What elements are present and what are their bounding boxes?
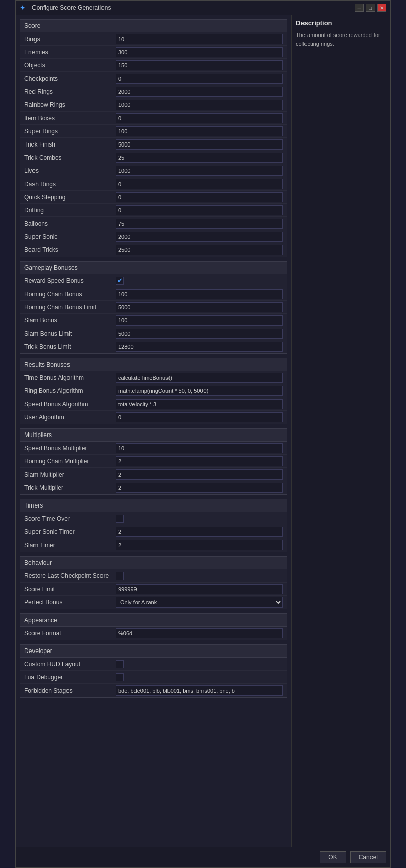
field-row: Score Format bbox=[20, 627, 287, 640]
field-input[interactable] bbox=[116, 584, 283, 594]
field-row: Reward Speed Bonus✔ bbox=[20, 274, 287, 287]
field-row: Trick Bonus Limit bbox=[20, 340, 287, 353]
field-label: Speed Bonus Multiplier bbox=[24, 445, 116, 452]
field-row: Balloons bbox=[20, 217, 287, 230]
field-row: Red Rings bbox=[20, 85, 287, 98]
field-input[interactable] bbox=[116, 373, 283, 383]
field-label: Reward Speed Bonus bbox=[24, 277, 116, 284]
checkbox-wrapper bbox=[116, 515, 124, 523]
section-header-score: Score bbox=[20, 20, 287, 32]
field-checkbox[interactable] bbox=[116, 660, 124, 668]
field-input[interactable] bbox=[116, 302, 283, 312]
field-row: Board Tricks bbox=[20, 243, 287, 257]
field-checkbox[interactable] bbox=[116, 572, 124, 580]
field-row: Objects bbox=[20, 59, 287, 72]
field-row: Drifting bbox=[20, 204, 287, 217]
field-input[interactable] bbox=[116, 219, 283, 229]
field-input[interactable] bbox=[116, 87, 283, 97]
close-button[interactable]: ✕ bbox=[377, 4, 386, 12]
field-input[interactable] bbox=[116, 245, 283, 255]
section-results-bonuses: Results BonusesTime Bonus AlgorithmRing … bbox=[20, 358, 287, 424]
footer: OK Cancel bbox=[16, 847, 390, 867]
field-input[interactable] bbox=[116, 685, 283, 696]
checkbox-wrapper bbox=[116, 660, 124, 668]
field-label: Homing Chain Bonus bbox=[24, 291, 116, 298]
field-checkbox[interactable] bbox=[116, 673, 124, 681]
config-panel: ScoreRingsEnemiesObjectsCheckpointsRed R… bbox=[16, 15, 291, 847]
field-row: Item Boxes bbox=[20, 112, 287, 125]
field-label: Score Limit bbox=[24, 586, 116, 593]
minimize-button[interactable]: ─ bbox=[355, 4, 364, 12]
section-header-gameplay-bonuses: Gameplay Bonuses bbox=[20, 262, 287, 274]
field-input[interactable] bbox=[116, 47, 283, 57]
field-input[interactable] bbox=[116, 289, 283, 299]
field-input[interactable] bbox=[116, 329, 283, 339]
field-checkbox[interactable]: ✔ bbox=[116, 277, 124, 285]
description-panel: Description The amount of score rewarded… bbox=[291, 15, 390, 847]
field-input[interactable] bbox=[116, 153, 283, 163]
field-label: Restore Last Checkpoint Score bbox=[24, 572, 116, 580]
field-input[interactable] bbox=[116, 232, 283, 242]
field-input[interactable] bbox=[116, 540, 283, 550]
field-row: Slam Bonus bbox=[20, 314, 287, 327]
field-input[interactable] bbox=[116, 179, 283, 189]
field-label: Super Sonic Timer bbox=[24, 528, 116, 535]
field-row: Speed Bonus Algorithm bbox=[20, 397, 287, 411]
field-checkbox[interactable] bbox=[116, 515, 124, 523]
field-label: Forbidden Stages bbox=[24, 687, 116, 694]
field-input[interactable] bbox=[116, 192, 283, 202]
field-input[interactable] bbox=[116, 342, 283, 352]
section-appearance: AppearanceScore Format bbox=[20, 613, 287, 640]
field-row: Lua Debugger bbox=[20, 671, 287, 684]
field-input[interactable] bbox=[116, 139, 283, 150]
section-multipliers: MultipliersSpeed Bonus MultiplierHoming … bbox=[20, 428, 287, 495]
field-input[interactable] bbox=[116, 443, 283, 453]
field-input[interactable] bbox=[116, 527, 283, 537]
field-input[interactable] bbox=[116, 34, 283, 44]
field-label: Enemies bbox=[24, 49, 116, 56]
section-header-appearance: Appearance bbox=[20, 614, 287, 627]
field-input[interactable] bbox=[116, 386, 283, 396]
field-row: Quick Stepping bbox=[20, 191, 287, 204]
section-behaviour: BehaviourRestore Last Checkpoint ScoreSc… bbox=[20, 556, 287, 609]
field-input[interactable] bbox=[116, 100, 283, 110]
field-label: Trick Combos bbox=[24, 154, 116, 161]
field-row: Custom HUD Layout bbox=[20, 658, 287, 671]
section-header-results-bonuses: Results Bonuses bbox=[20, 358, 287, 371]
field-select[interactable]: Only for A rankAlwaysNever bbox=[116, 597, 283, 608]
ok-button[interactable]: OK bbox=[320, 851, 346, 863]
section-gameplay-bonuses: Gameplay BonusesReward Speed Bonus✔Homin… bbox=[20, 261, 287, 354]
field-input[interactable] bbox=[116, 412, 283, 422]
field-row: Homing Chain Multiplier bbox=[20, 455, 287, 468]
field-label: Homing Chain Bonus Limit bbox=[24, 304, 116, 311]
section-timers: TimersScore Time OverSuper Sonic TimerSl… bbox=[20, 499, 287, 552]
field-row: Score Time Over bbox=[20, 512, 287, 525]
field-input[interactable] bbox=[116, 205, 283, 215]
field-label: Red Rings bbox=[24, 88, 116, 95]
cancel-button[interactable]: Cancel bbox=[350, 851, 386, 863]
main-window: ✦ Configure Score Generations ─ □ ✕ Scor… bbox=[15, 0, 391, 868]
field-input[interactable] bbox=[116, 399, 283, 409]
field-row: User Algorithm bbox=[20, 411, 287, 424]
field-input[interactable] bbox=[116, 315, 283, 326]
field-label: Checkpoints bbox=[24, 75, 116, 82]
field-input[interactable] bbox=[116, 60, 283, 70]
field-label: Drifting bbox=[24, 207, 116, 214]
field-input[interactable] bbox=[116, 483, 283, 493]
field-row: Slam Timer bbox=[20, 538, 287, 552]
field-input[interactable] bbox=[116, 456, 283, 466]
field-input[interactable] bbox=[116, 628, 283, 638]
field-row: Rainbow Rings bbox=[20, 98, 287, 112]
checkbox-wrapper bbox=[116, 673, 124, 681]
field-row: Perfect BonusOnly for A rankAlwaysNever bbox=[20, 596, 287, 609]
field-input[interactable] bbox=[116, 113, 283, 123]
field-input[interactable] bbox=[116, 469, 283, 480]
field-input[interactable] bbox=[116, 166, 283, 176]
maximize-button[interactable]: □ bbox=[366, 4, 375, 12]
field-row: Trick Combos bbox=[20, 151, 287, 164]
field-label: Speed Bonus Algorithm bbox=[24, 401, 116, 408]
field-row: Trick Finish bbox=[20, 138, 287, 151]
field-row: Homing Chain Bonus Limit bbox=[20, 301, 287, 314]
field-input[interactable] bbox=[116, 126, 283, 136]
field-input[interactable] bbox=[116, 74, 283, 84]
